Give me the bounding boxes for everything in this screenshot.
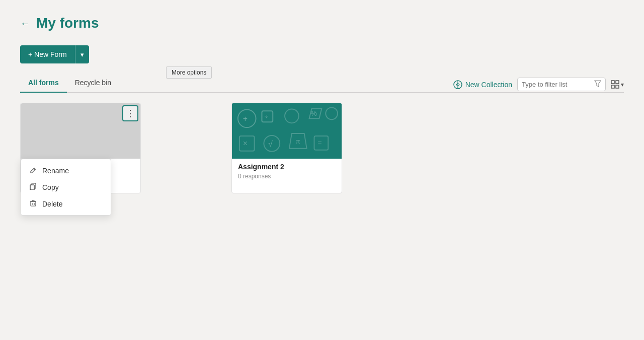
svg-rect-11	[31, 201, 36, 206]
context-menu-delete[interactable]: Delete	[21, 195, 111, 212]
tab-all-forms[interactable]: All forms	[20, 74, 67, 93]
context-menu: Rename Copy	[21, 159, 111, 216]
cards-area: Math assignments ⋮ Rename	[20, 103, 624, 193]
form-thumbnail: + ÷ % × √ π =	[232, 103, 342, 159]
delete-icon	[29, 199, 37, 208]
svg-rect-4	[616, 81, 619, 84]
page-header: ← My forms	[20, 15, 624, 31]
form-card-responses: 0 responses	[238, 173, 336, 180]
copy-label: Copy	[42, 183, 59, 191]
more-options-button[interactable]: ⋮	[122, 105, 138, 121]
new-collection-label: New Collection	[465, 81, 512, 89]
chevron-down-icon: ▾	[80, 51, 84, 58]
svg-text:√: √	[268, 140, 273, 148]
grid-icon	[611, 80, 620, 89]
rename-icon	[29, 166, 37, 175]
filter-icon	[594, 80, 601, 89]
svg-rect-9	[30, 185, 34, 190]
form-card-title: Assignment 2	[238, 163, 336, 171]
filter-wrap	[517, 78, 606, 91]
new-collection-button[interactable]: New Collection	[453, 80, 512, 89]
copy-icon	[29, 183, 37, 191]
svg-text:%: %	[311, 109, 317, 117]
context-menu-copy[interactable]: Copy	[21, 179, 111, 195]
back-button[interactable]: ←	[20, 18, 30, 29]
context-menu-rename[interactable]: Rename	[21, 162, 111, 179]
right-toolbar: New Collection ▾	[453, 78, 624, 91]
svg-text:+: +	[243, 114, 248, 123]
form-card-body: Assignment 2 0 responses	[232, 159, 342, 184]
delete-label: Delete	[42, 200, 62, 208]
rename-label: Rename	[42, 167, 69, 175]
filter-input[interactable]	[522, 81, 592, 88]
tab-recycle-bin[interactable]: Recycle bin	[67, 74, 119, 93]
svg-text:÷: ÷	[264, 112, 268, 120]
more-options-tooltip: More options	[166, 66, 212, 79]
form-card-assignment2[interactable]: + ÷ % × √ π =	[231, 103, 342, 193]
svg-text:×: ×	[243, 139, 248, 148]
svg-line-7	[34, 169, 35, 170]
svg-rect-5	[611, 85, 614, 88]
chevron-down-icon: ▾	[621, 81, 624, 88]
toolbar: + New Form ▾	[20, 45, 624, 63]
svg-rect-3	[611, 81, 614, 84]
svg-text:=: =	[317, 139, 321, 147]
teal-pattern-svg: + ÷ % × √ π =	[232, 103, 342, 159]
collection-icon	[453, 80, 462, 89]
view-toggle-button[interactable]: ▾	[611, 80, 624, 89]
new-form-button[interactable]: + New Form	[20, 45, 75, 63]
new-form-dropdown-button[interactable]: ▾	[75, 45, 89, 63]
svg-text:π: π	[296, 138, 300, 145]
collection-card-math: Math assignments ⋮ Rename	[20, 103, 141, 193]
page-title: My forms	[36, 15, 99, 31]
svg-rect-6	[616, 85, 619, 88]
svg-marker-2	[595, 81, 601, 87]
